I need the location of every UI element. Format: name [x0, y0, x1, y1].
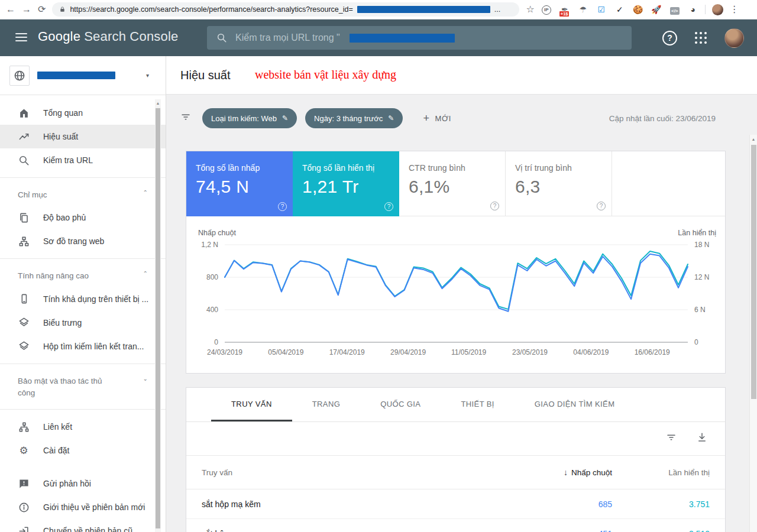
queries-table-card: TRUY VẤN TRANG QUỐC GIA THIẾT BỊ GIAO DI…: [186, 387, 726, 532]
performance-icon: [18, 131, 30, 142]
mobile-icon: [18, 293, 30, 305]
tile-total-clicks[interactable]: Tổng số lần nhấp 74,5 N ?: [186, 151, 293, 216]
sidebar-divider: [0, 177, 166, 178]
query-cell[interactable]: sắt hộp: [202, 529, 523, 532]
dimension-tabs: TRUY VẤN TRANG QUỐC GIA THIẾT BỊ GIAO DI…: [186, 388, 725, 422]
sidebar-item-mobile-usability[interactable]: Tính khả dụng trên thiết bị ...: [0, 287, 166, 311]
toolbar-divider: [705, 5, 706, 14]
svg-text:04/06/2019: 04/06/2019: [573, 348, 609, 356]
sidebar-item-label: Sơ đồ trang web: [43, 236, 104, 246]
umbrella-extension-icon[interactable]: ☂: [578, 5, 588, 14]
sidebar-item-performance[interactable]: Hiệu suất: [0, 125, 166, 148]
url-inspection-searchbox[interactable]: Kiểm tra mọi URL trong ": [207, 26, 632, 50]
column-header-query[interactable]: Truy vấn: [202, 468, 523, 477]
help-icon[interactable]: ?: [662, 31, 677, 46]
sidebar-item-legacy-version[interactable]: Chuyển về phiên bản cũ: [0, 519, 166, 532]
scrollbar-thumb[interactable]: [751, 145, 756, 399]
help-question-icon[interactable]: ?: [490, 202, 499, 210]
tab-devices[interactable]: THIẾT BỊ: [441, 388, 514, 421]
main-scrollbar[interactable]: ▲: [749, 135, 757, 532]
tile-average-ctr[interactable]: CTR trung bình 6,1% ?: [399, 151, 506, 216]
reload-icon[interactable]: ⟳: [38, 5, 46, 14]
sidebar-item-feedback[interactable]: Gửi phản hồi: [0, 472, 166, 495]
redacted-property: [37, 72, 115, 79]
chevron-up-icon: ⌃: [143, 189, 148, 201]
table-row[interactable]: sắt hộp mạ kẽm 685 3.751: [186, 489, 725, 519]
sidebar-item-coverage[interactable]: Độ bao phủ: [0, 206, 166, 229]
property-selector[interactable]: ▾: [0, 56, 166, 95]
new-filter-button[interactable]: + MỚI: [423, 112, 451, 125]
sidebar-item-links[interactable]: Liên kết: [0, 415, 166, 439]
help-question-icon[interactable]: ?: [597, 202, 606, 210]
tab-countries[interactable]: QUỐC GIA: [360, 388, 441, 421]
sidebar-item-settings[interactable]: ⚙ Cài đặt: [0, 439, 166, 462]
sidebar-item-logos[interactable]: Biểu trưng: [0, 311, 166, 335]
query-cell[interactable]: sắt hộp mạ kẽm: [202, 499, 523, 509]
table-row[interactable]: sắt hộp 451 3.510: [186, 519, 725, 532]
menu-hamburger-icon[interactable]: [15, 33, 27, 44]
scroll-up-icon[interactable]: ▲: [155, 99, 161, 105]
layers-icon: [18, 340, 30, 352]
sidebar-scrollbar[interactable]: ▲: [155, 99, 161, 532]
svg-text:Nhấp chuột: Nhấp chuột: [198, 229, 236, 237]
sidebar-item-overview[interactable]: Tổng quan: [0, 101, 166, 125]
help-question-icon[interactable]: ?: [384, 202, 393, 211]
sidebar-item-about-new-version[interactable]: Giới thiệu về phiên bản mới: [0, 495, 166, 519]
sidebar-item-label: Hiệu suất: [43, 132, 78, 141]
tab-queries[interactable]: TRUY VẤN: [211, 388, 292, 421]
svg-text:Lần hiển thị: Lần hiển thị: [678, 229, 716, 237]
address-bar[interactable]: https://search.google.com/search-console…: [52, 2, 519, 17]
sidebar-item-label: Kiểm tra URL: [43, 155, 93, 165]
help-question-icon[interactable]: ?: [278, 202, 287, 211]
sidebar-divider: [0, 258, 166, 259]
devtools-extension-icon[interactable]: </>: [669, 5, 680, 14]
sidebar-item-url-inspection[interactable]: Kiểm tra URL: [0, 148, 166, 172]
browser-profile-avatar[interactable]: [712, 4, 723, 15]
date-range-chip[interactable]: Ngày: 3 tháng trước ✎: [305, 108, 403, 128]
sidebar-item-label: Hộp tìm kiếm liên kết tran...: [43, 342, 144, 351]
tab-search-appearance[interactable]: GIAO DIỆN TÌM KIẾM: [515, 388, 635, 421]
sidebar-item-sitemaps[interactable]: Sơ đồ trang web: [0, 229, 166, 253]
impressions-cell: 3.751: [612, 499, 710, 509]
browser-menu-icon[interactable]: ⋮: [730, 5, 739, 14]
cookie-extension-icon[interactable]: 🍪: [633, 5, 643, 14]
sidebar-section-enhancements[interactable]: Tính năng nâng cao ⌃: [0, 264, 166, 287]
sidebar-item-label: Độ bao phủ: [43, 213, 86, 222]
dark-extension-icon[interactable]: ◕: [688, 5, 698, 14]
sitemap-icon: [18, 235, 30, 247]
column-header-clicks[interactable]: ↓ Nhấp chuột: [523, 468, 612, 477]
bookmark-star-icon[interactable]: ☆: [526, 5, 534, 14]
checkbox-extension-icon[interactable]: ☑: [596, 5, 607, 14]
browser-toolbar: ← → ⟳ https://search.google.com/search-c…: [0, 0, 757, 20]
tile-average-position[interactable]: Vị trí trung bình 6,3 ?: [506, 151, 612, 216]
sidebar-item-label: Gửi phản hồi: [43, 479, 91, 488]
ip-extension-icon[interactable]: IP: [541, 4, 552, 15]
account-avatar[interactable]: [724, 28, 744, 48]
tab-pages[interactable]: TRANG: [292, 388, 361, 421]
download-icon[interactable]: [697, 432, 707, 445]
back-icon[interactable]: ←: [6, 5, 15, 14]
url-ellipsis: ...: [494, 5, 500, 14]
sidebar-section-security[interactable]: Bảo mật và thao tác thủ công ⌄: [0, 369, 166, 404]
forward-icon[interactable]: →: [22, 5, 31, 14]
tile-total-impressions[interactable]: Tổng số lần hiển thị 1,21 Tr ?: [293, 151, 399, 216]
feedback-icon: [18, 478, 30, 489]
check-extension-icon[interactable]: ✓: [614, 5, 625, 14]
rocket-extension-icon[interactable]: 🚀: [651, 5, 662, 14]
sidebar-section-index[interactable]: Chỉ mục ⌃: [0, 183, 166, 206]
sidebar-item-sitelinks-searchbox[interactable]: Hộp tìm kiếm liên kết tran...: [0, 335, 166, 358]
google-apps-icon[interactable]: [695, 32, 707, 44]
annotation-note: website bán vật liệu xây dựng: [255, 68, 396, 82]
search-type-chip[interactable]: Loại tìm kiếm: Web ✎: [202, 108, 297, 128]
plus-icon: +: [423, 112, 429, 125]
money-extension-icon[interactable]: ✒+1$: [559, 5, 570, 14]
table-filter-icon[interactable]: [666, 432, 677, 445]
svg-text:17/04/2019: 17/04/2019: [329, 348, 365, 356]
column-header-impressions[interactable]: Lần hiển thị: [612, 468, 710, 477]
url-inspect-icon: [18, 154, 30, 166]
scroll-up-icon[interactable]: ▲: [750, 135, 757, 141]
scrollbar-thumb[interactable]: [156, 108, 160, 528]
page-title: Hiệu suất: [180, 69, 231, 82]
redacted-property-name: [350, 34, 455, 43]
filter-list-icon[interactable]: [180, 112, 191, 125]
